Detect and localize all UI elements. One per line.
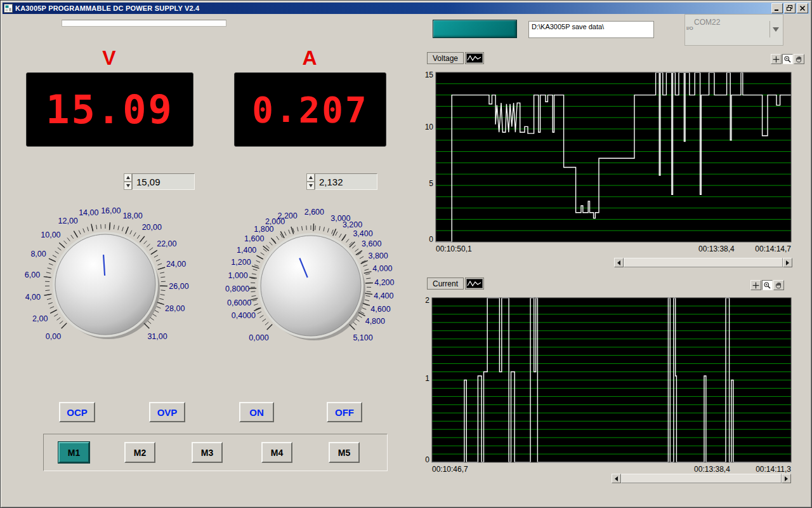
svg-text:1,800: 1,800 xyxy=(254,225,273,234)
up-arrow-icon xyxy=(126,176,130,179)
voltage-graph-svg: 05101500:10:50,100:13:38,400:14:14,7 xyxy=(419,70,794,255)
pan-hand-tool-icon[interactable] xyxy=(773,280,784,290)
restore-button[interactable] xyxy=(784,3,796,13)
scroll-left-button[interactable] xyxy=(612,474,621,483)
svg-text:4,200: 4,200 xyxy=(374,278,394,287)
on-button[interactable]: ON xyxy=(239,402,274,422)
status-led-button[interactable] xyxy=(433,20,517,38)
memory-button-4[interactable]: M4 xyxy=(261,442,292,463)
voltage-graph-scrollbar[interactable] xyxy=(436,258,792,267)
svg-text:24,00: 24,00 xyxy=(166,260,186,269)
svg-text:28,00: 28,00 xyxy=(165,304,185,313)
left-arrow-icon xyxy=(617,260,620,265)
current-decrement-button[interactable] xyxy=(306,182,315,190)
voltage-knob-svg[interactable]: 0,002,004,006,008,0010,0012,0014,0016,00… xyxy=(10,189,200,380)
svg-text:15: 15 xyxy=(425,70,434,79)
current-graph: 01200:10:46,700:13:38,400:14:11,3 xyxy=(416,296,794,475)
off-button[interactable]: OFF xyxy=(327,402,362,422)
cursor-tool-icon[interactable] xyxy=(750,280,761,290)
ocp-button[interactable]: OCP xyxy=(59,402,95,422)
svg-text:4,800: 4,800 xyxy=(365,317,385,326)
svg-text:0,4000: 0,4000 xyxy=(232,311,256,320)
voltage-setpoint-value[interactable]: 15,09 xyxy=(132,173,195,190)
current-graph-svg: 01200:10:46,700:13:38,400:14:11,3 xyxy=(416,296,794,475)
voltage-graph-legend[interactable]: Voltage xyxy=(427,52,484,64)
save-path-field[interactable]: D:\KA3005P save data\ xyxy=(528,21,654,38)
down-arrow-icon xyxy=(309,184,313,187)
svg-text:1,000: 1,000 xyxy=(228,271,247,280)
current-setpoint-value[interactable]: 2,132 xyxy=(315,173,377,190)
current-graph-scrollbar[interactable] xyxy=(432,474,791,483)
svg-text:3,800: 3,800 xyxy=(368,251,388,260)
svg-text:00:10:46,7: 00:10:46,7 xyxy=(432,465,468,474)
svg-text:00:10:50,1: 00:10:50,1 xyxy=(436,244,472,253)
app-window: { "window": { "title": "KA3005P PROGRAMM… xyxy=(0,0,812,508)
pan-hand-tool-icon[interactable] xyxy=(794,54,804,64)
window-title: KA3005P PROGRAMMABLE DC POWER SUPPLY V2.… xyxy=(15,4,199,12)
svg-text:4,600: 4,600 xyxy=(370,305,390,314)
zoom-tool-icon[interactable] xyxy=(782,54,793,64)
svg-text:2,00: 2,00 xyxy=(32,314,48,323)
svg-text:0,8000: 0,8000 xyxy=(225,284,249,293)
current-graph-legend[interactable]: Current xyxy=(427,277,484,290)
svg-text:2,200: 2,200 xyxy=(277,211,297,220)
voltage-setpoint-spinner[interactable]: 15,09 xyxy=(124,173,195,190)
svg-text:6,00: 6,00 xyxy=(25,271,40,279)
svg-text:4,400: 4,400 xyxy=(374,291,393,300)
svg-text:0,00: 0,00 xyxy=(46,332,61,341)
svg-text:20,00: 20,00 xyxy=(142,223,162,232)
current-display: 0.207 xyxy=(234,72,386,147)
close-icon xyxy=(799,5,806,11)
svg-text:1,200: 1,200 xyxy=(231,258,251,267)
svg-text:12,00: 12,00 xyxy=(58,217,78,225)
svg-text:0: 0 xyxy=(425,455,429,464)
svg-text:31,00: 31,00 xyxy=(147,332,167,341)
svg-text:18,00: 18,00 xyxy=(122,211,142,220)
svg-text:5: 5 xyxy=(429,179,433,188)
waveform-icon[interactable] xyxy=(465,277,484,290)
voltage-display: 15.09 xyxy=(26,72,193,147)
zoom-tool-icon[interactable] xyxy=(762,280,773,290)
memory-button-2[interactable]: M2 xyxy=(124,442,155,463)
memory-button-5[interactable]: M5 xyxy=(329,442,360,463)
scroll-right-button[interactable] xyxy=(783,258,792,267)
waveform-icon[interactable] xyxy=(465,52,484,64)
svg-text:5,100: 5,100 xyxy=(353,333,372,342)
voltage-graph-toolbar[interactable] xyxy=(771,54,804,64)
com-port-value: COM22 xyxy=(694,18,720,27)
voltage-knob[interactable]: 0,002,004,006,008,0010,0012,0014,0016,00… xyxy=(10,189,200,380)
close-button[interactable] xyxy=(797,3,808,13)
svg-text:10: 10 xyxy=(425,123,434,131)
scroll-right-button[interactable] xyxy=(782,474,791,483)
svg-text:26,00: 26,00 xyxy=(169,282,188,291)
ovp-button[interactable]: OVP xyxy=(149,402,185,422)
voltage-increment-button[interactable] xyxy=(124,173,132,182)
scroll-left-button[interactable] xyxy=(614,258,624,267)
up-arrow-icon xyxy=(309,176,313,179)
memory-button-1[interactable]: M1 xyxy=(58,442,89,463)
com-port-dropdown-button[interactable] xyxy=(769,21,781,37)
visa-io-icon: I/O xyxy=(686,26,693,31)
chevron-down-icon xyxy=(773,27,779,32)
svg-text:3,200: 3,200 xyxy=(343,220,362,229)
minimize-button[interactable] xyxy=(771,3,783,13)
current-knob[interactable]: 0,0000,40000,60000,80001,0001,2001,4001,… xyxy=(216,190,406,381)
svg-text:0: 0 xyxy=(429,235,433,244)
current-graph-toolbar[interactable] xyxy=(750,280,784,290)
current-setpoint-spinner[interactable]: 2,132 xyxy=(306,173,377,190)
minimize-icon xyxy=(774,5,780,11)
svg-text:1,600: 1,600 xyxy=(244,234,264,243)
scroll-thumb[interactable] xyxy=(624,258,783,267)
title-bar[interactable]: KA3005P PROGRAMMABLE DC POWER SUPPLY V2.… xyxy=(3,3,809,14)
voltage-graph-legend-label: Voltage xyxy=(427,52,464,64)
svg-text:1,400: 1,400 xyxy=(237,246,256,255)
com-port-combo[interactable]: I/O COM22 xyxy=(684,14,783,46)
svg-text:2: 2 xyxy=(425,296,429,305)
current-knob-svg[interactable]: 0,0000,40000,60000,80001,0001,2001,4001,… xyxy=(216,190,406,381)
scroll-thumb[interactable] xyxy=(621,474,782,483)
memory-button-3[interactable]: M3 xyxy=(192,442,223,463)
down-arrow-icon xyxy=(126,184,130,187)
current-increment-button[interactable] xyxy=(306,173,315,182)
cursor-tool-icon[interactable] xyxy=(771,54,782,64)
left-arrow-icon xyxy=(615,476,618,481)
